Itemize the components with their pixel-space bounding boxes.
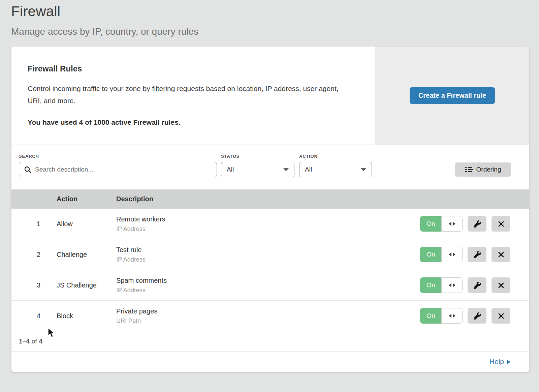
help-link-label: Help bbox=[489, 358, 504, 366]
rule-table-row: 2 Challenge Test rule IP Address On bbox=[11, 239, 529, 270]
status-label: STATUS bbox=[221, 154, 294, 159]
rule-controls: On bbox=[420, 247, 529, 262]
rule-enabled-toggle[interactable]: On bbox=[420, 308, 463, 324]
card-top-action-panel: Create a Firewall rule bbox=[375, 47, 529, 145]
help-bar: Help bbox=[11, 352, 529, 372]
rule-action: Block bbox=[57, 312, 116, 320]
search-label: SEARCH bbox=[19, 154, 217, 159]
search-filter-group: SEARCH bbox=[19, 154, 217, 177]
rule-number: 1 bbox=[11, 220, 57, 228]
rule-match-type: IP Address bbox=[116, 256, 420, 263]
toggle-on-segment[interactable]: On bbox=[420, 308, 441, 324]
toggle-on-segment[interactable]: On bbox=[420, 247, 441, 262]
filters-bar: SEARCH STATUS All ACTION All bbox=[11, 145, 529, 189]
rules-table-body: 1 Allow Remote workers IP Address On bbox=[11, 209, 529, 331]
rule-enabled-toggle[interactable]: On bbox=[420, 216, 463, 232]
rule-table-row: 3 JS Challenge Spam comments IP Address … bbox=[11, 270, 529, 301]
close-icon bbox=[498, 313, 504, 319]
rule-number: 4 bbox=[11, 312, 57, 320]
rule-number: 2 bbox=[11, 251, 57, 259]
edit-rule-button[interactable] bbox=[468, 216, 486, 232]
wrench-icon bbox=[474, 220, 481, 228]
rule-number: 3 bbox=[11, 281, 57, 289]
toggle-arrows-segment[interactable] bbox=[441, 308, 463, 324]
card-heading: Firewall Rules bbox=[28, 64, 359, 73]
rule-description-cell: Test rule IP Address bbox=[116, 246, 420, 263]
action-label: ACTION bbox=[299, 154, 372, 159]
pagination-of: of bbox=[32, 338, 37, 345]
delete-rule-button[interactable] bbox=[492, 216, 510, 232]
chevron-down-icon bbox=[361, 168, 366, 171]
header-description-column: Description bbox=[116, 195, 529, 203]
toggle-arrows-segment[interactable] bbox=[441, 277, 463, 293]
edit-rule-button[interactable] bbox=[468, 277, 486, 293]
rule-enabled-toggle[interactable]: On bbox=[420, 277, 463, 293]
toggle-arrows-icon bbox=[449, 283, 451, 287]
rule-description: Remote workers bbox=[116, 215, 420, 223]
rule-description-cell: Private pages URI Path bbox=[116, 307, 420, 325]
rule-controls: On bbox=[420, 308, 529, 324]
chevron-down-icon bbox=[283, 168, 289, 171]
delete-rule-button[interactable] bbox=[492, 308, 510, 324]
create-firewall-rule-button[interactable]: Create a Firewall rule bbox=[410, 87, 495, 104]
toggle-arrows-icon bbox=[449, 314, 451, 318]
pagination-bar: 1–4 of 4 bbox=[11, 331, 529, 352]
header-action-column: Action bbox=[57, 195, 116, 203]
toggle-on-segment[interactable]: On bbox=[420, 216, 441, 232]
toggle-arrows-icon bbox=[453, 222, 455, 226]
ordering-button[interactable]: Ordering bbox=[455, 162, 511, 177]
rules-table-header: Action Description bbox=[11, 189, 529, 209]
card-description: Control incoming traffic to your zone by… bbox=[28, 83, 347, 107]
toggle-arrows-icon bbox=[453, 283, 455, 287]
status-filter-group: STATUS All bbox=[217, 154, 294, 177]
toggle-arrows-icon bbox=[453, 252, 455, 257]
rule-match-type: IP Address bbox=[116, 225, 420, 233]
wrench-icon bbox=[474, 251, 481, 258]
status-select[interactable]: All bbox=[221, 162, 294, 177]
card-top-description: Firewall Rules Control incoming traffic … bbox=[11, 47, 375, 145]
toggle-arrows-segment[interactable] bbox=[441, 216, 463, 232]
toggle-arrows-segment[interactable] bbox=[441, 247, 463, 262]
search-box[interactable] bbox=[19, 162, 217, 177]
usage-note: You have used 4 of 1000 active Firewall … bbox=[28, 118, 359, 126]
close-icon bbox=[498, 282, 504, 288]
rule-enabled-toggle[interactable]: On bbox=[420, 247, 463, 262]
action-filter-group: ACTION All bbox=[294, 154, 372, 177]
edit-rule-button[interactable] bbox=[468, 308, 486, 324]
delete-rule-button[interactable] bbox=[492, 247, 510, 262]
pagination-range: 1–4 bbox=[19, 338, 30, 345]
rule-match-type: IP Address bbox=[116, 287, 420, 294]
page-subtitle: Manage access by IP, country, or query r… bbox=[11, 26, 539, 37]
ordering-button-label: Ordering bbox=[476, 166, 501, 173]
help-arrow-icon bbox=[507, 360, 510, 364]
close-icon bbox=[498, 221, 504, 227]
delete-rule-button[interactable] bbox=[492, 277, 510, 293]
rule-description: Private pages bbox=[116, 307, 420, 315]
ordering-list-icon bbox=[465, 167, 473, 173]
toggle-arrows-icon bbox=[449, 222, 451, 226]
toggle-arrows-icon bbox=[449, 252, 451, 257]
rule-description: Spam comments bbox=[116, 277, 420, 284]
action-select[interactable]: All bbox=[299, 162, 372, 177]
rule-table-row: 1 Allow Remote workers IP Address On bbox=[11, 209, 529, 239]
rule-description-cell: Spam comments IP Address bbox=[116, 277, 420, 294]
search-icon bbox=[24, 166, 31, 173]
rule-table-row: 4 Block Private pages URI Path On bbox=[11, 301, 529, 331]
rule-action: Challenge bbox=[57, 251, 116, 259]
action-selected-value: All bbox=[305, 166, 312, 173]
edit-rule-button[interactable] bbox=[468, 247, 486, 262]
wrench-icon bbox=[474, 282, 481, 289]
help-link[interactable]: Help bbox=[489, 358, 510, 366]
rule-action: Allow bbox=[57, 220, 116, 228]
toggle-arrows-icon bbox=[453, 314, 455, 318]
rule-description: Test rule bbox=[116, 246, 420, 254]
pagination-total: 4 bbox=[39, 338, 43, 345]
rule-controls: On bbox=[420, 216, 529, 232]
page-header: Firewall Manage access by IP, country, o… bbox=[0, 0, 539, 37]
toggle-on-segment[interactable]: On bbox=[420, 277, 441, 293]
wrench-icon bbox=[474, 312, 481, 320]
rule-description-cell: Remote workers IP Address bbox=[116, 215, 420, 233]
firewall-rules-card: Firewall Rules Control incoming traffic … bbox=[11, 46, 530, 372]
rule-action: JS Challenge bbox=[57, 281, 116, 289]
search-input[interactable] bbox=[35, 166, 212, 173]
